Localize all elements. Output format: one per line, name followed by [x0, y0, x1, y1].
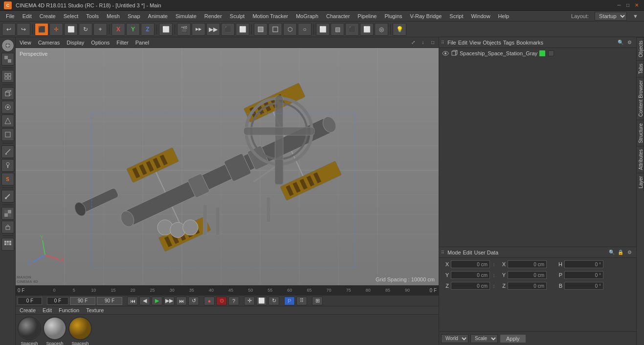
mat-texture-menu[interactable]: Texture	[84, 306, 106, 314]
attr-edit-menu[interactable]: Edit	[463, 250, 472, 255]
maximize-button[interactable]: □	[624, 2, 631, 9]
cube-solid[interactable]	[254, 23, 267, 36]
step-back-button[interactable]: ◀	[139, 297, 150, 305]
z-pos-input[interactable]	[451, 282, 490, 290]
vp-maximize-btn[interactable]: ⤢	[409, 39, 417, 46]
menu-edit[interactable]: Edit	[19, 12, 36, 20]
om-bookmarks-menu[interactable]: Bookmarks	[516, 40, 543, 46]
om-edit-menu[interactable]: Edit	[458, 40, 467, 46]
vtab-objects[interactable]: Objects	[637, 37, 644, 60]
vp-panel-menu[interactable]: Panel	[133, 39, 151, 46]
p-input[interactable]	[564, 271, 603, 279]
x-pos-input[interactable]	[451, 260, 490, 268]
view-mode4[interactable]: ⬜	[360, 23, 374, 36]
layout-select[interactable]: Startup	[595, 12, 627, 21]
mat-edit-menu[interactable]: Edit	[41, 306, 54, 314]
om-settings-btn[interactable]: ⚙	[625, 39, 633, 46]
viewport-3d[interactable]: X Y Z MAXON CINEMA 4D Perspective Grid S…	[16, 48, 439, 285]
menu-motion-tracker[interactable]: Motion Tracker	[248, 12, 292, 20]
apply-button[interactable]: Apply	[500, 334, 526, 343]
menu-window[interactable]: Window	[467, 12, 494, 20]
layout-arrow[interactable]: ▼	[629, 12, 642, 20]
menu-pipeline[interactable]: Pipeline	[354, 12, 380, 20]
step-fwd-button[interactable]: ▶▶	[164, 297, 175, 305]
h-input[interactable]	[564, 260, 603, 268]
om-view-menu[interactable]: View	[469, 40, 481, 46]
menu-script[interactable]: Script	[445, 12, 467, 20]
vp-down-btn[interactable]: ↓	[419, 39, 427, 46]
menu-animate[interactable]: Animate	[144, 12, 172, 20]
box-tool[interactable]	[1, 128, 14, 141]
film-button[interactable]: 🎬	[177, 23, 191, 36]
attr-settings-btn[interactable]: ⚙	[625, 249, 633, 256]
close-button[interactable]: ✕	[633, 2, 640, 9]
menu-select[interactable]: Select	[60, 12, 83, 20]
menu-file[interactable]: File	[2, 12, 19, 20]
vp-view-menu[interactable]: View	[18, 39, 33, 46]
knife-tool[interactable]	[1, 145, 14, 158]
om-search-btn[interactable]: 🔍	[617, 39, 624, 46]
layout-button[interactable]: ⊞	[312, 297, 323, 305]
world-dropdown[interactable]: World Local	[441, 334, 468, 343]
rotate-key-button[interactable]: ↻	[268, 297, 279, 305]
transform-tool-button[interactable]: +	[93, 23, 107, 36]
rotate-tool-button[interactable]: ↻	[79, 23, 92, 36]
scale-dropdown[interactable]: Scale	[470, 334, 498, 343]
light-button[interactable]: 💡	[393, 23, 406, 36]
menu-character[interactable]: Character	[322, 12, 354, 20]
b-input[interactable]	[564, 282, 603, 290]
om-file-menu[interactable]: File	[447, 40, 456, 46]
y-pos-input[interactable]	[451, 271, 490, 279]
vtab-content-browser[interactable]: Content Browser	[637, 77, 644, 119]
autokey-button[interactable]: ⊙	[216, 297, 227, 305]
view-camera[interactable]: ◎	[375, 23, 388, 36]
y-axis-button[interactable]: Y	[126, 23, 140, 36]
menu-help[interactable]: Help	[494, 12, 513, 20]
cube-wire[interactable]	[268, 23, 282, 36]
subdivision-tool[interactable]	[1, 115, 14, 127]
attr-search-btn[interactable]: 🔍	[608, 249, 616, 256]
view-mode2[interactable]: ▧	[331, 23, 344, 36]
menu-simulate[interactable]: Simulate	[172, 12, 200, 20]
attr-mode-menu[interactable]: Mode	[447, 250, 461, 255]
render-tool[interactable]	[1, 101, 14, 114]
param-button[interactable]: P	[284, 297, 295, 305]
render-region[interactable]: ▶▶	[192, 23, 205, 36]
object-visibility-dot[interactable]	[539, 50, 545, 56]
scale-key-button[interactable]: ⬜	[256, 297, 267, 305]
brush-tool[interactable]	[1, 159, 14, 172]
box-button[interactable]: ⬜	[159, 23, 173, 36]
material-item-3[interactable]: Spacesh	[68, 317, 92, 345]
attr-lock-btn[interactable]: 🔒	[617, 249, 624, 256]
checkerboard-tool[interactable]	[1, 53, 14, 66]
checker-tool[interactable]	[1, 207, 14, 220]
start-frame-input[interactable]	[47, 297, 68, 305]
minimize-button[interactable]: ─	[616, 2, 622, 9]
y-rot-input[interactable]	[508, 271, 547, 279]
menu-mograph[interactable]: MoGraph	[292, 12, 322, 20]
current-frame-input[interactable]	[18, 297, 42, 305]
vtab-layer[interactable]: Layer	[637, 173, 644, 191]
timeline-ruler-marks[interactable]: 0 5 10 15 20 25 30 35 40 45 50 55 60 65 …	[44, 288, 417, 293]
move-tool-button[interactable]: ✛	[49, 23, 63, 36]
go-to-start-button[interactable]: ⏮	[127, 297, 138, 305]
menu-vray[interactable]: V-Ray Bridge	[406, 12, 446, 20]
om-tags-menu[interactable]: Tags	[503, 40, 514, 46]
go-to-end-button[interactable]: ⏭	[176, 297, 187, 305]
menu-tools[interactable]: Tools	[82, 12, 103, 20]
scene-object-item[interactable]: Spaceship_Space_Station_Gray	[440, 49, 643, 58]
end-frame-input[interactable]	[70, 297, 95, 305]
menu-create[interactable]: Create	[36, 12, 60, 20]
menu-mesh[interactable]: Mesh	[103, 12, 124, 20]
render-active[interactable]: ▶▶	[206, 23, 220, 36]
loop-button[interactable]: ↺	[188, 297, 199, 305]
undo-button[interactable]: ↩	[2, 23, 16, 36]
menu-plugins[interactable]: Plugins	[380, 12, 406, 20]
view-mode3[interactable]: ⬛	[345, 23, 359, 36]
mat-create-menu[interactable]: Create	[18, 306, 38, 314]
vp-display-menu[interactable]: Display	[65, 39, 86, 46]
move-key-button[interactable]: ✛	[244, 297, 255, 305]
x-axis-button[interactable]: X	[111, 23, 125, 36]
mesh-mode[interactable]: ⬡	[283, 23, 297, 36]
grid-tool[interactable]	[1, 70, 14, 83]
